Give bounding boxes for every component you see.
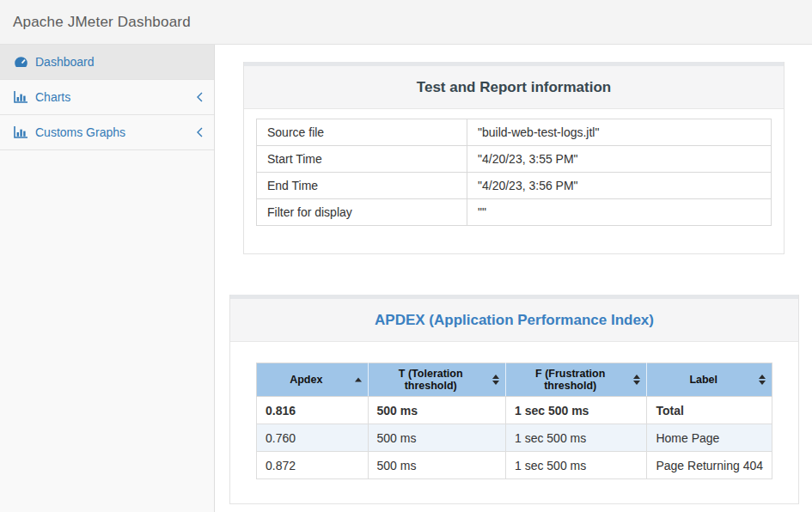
info-row: Source file "build-web-test-logs.jtl"	[257, 119, 772, 146]
test-report-info-panel: Test and Report information Source file …	[243, 62, 785, 254]
apdex-body: Apdex T (Toleration threshold) F (Frustr…	[230, 342, 798, 503]
info-value: "build-web-test-logs.jtl"	[467, 119, 772, 146]
bar-chart-icon	[13, 91, 28, 103]
apdex-title: APDEX (Application Performance Index)	[375, 312, 654, 328]
column-header-apdex[interactable]: Apdex	[257, 363, 369, 397]
sort-both-icon	[492, 375, 499, 385]
toleration-value: 500 ms	[368, 452, 505, 479]
main-content: Test and Report information Source file …	[215, 45, 812, 512]
sidebar-item-customs-graphs[interactable]: Customs Graphs	[0, 115, 214, 150]
apdex-panel: APDEX (Application Performance Index) Ap…	[229, 295, 799, 504]
apdex-value: 0.872	[257, 452, 369, 479]
chevron-left-icon[interactable]	[196, 92, 204, 103]
label-value: Home Page	[647, 424, 772, 452]
info-label: Source file	[257, 119, 467, 146]
frustration-value: 1 sec 500 ms	[505, 452, 646, 479]
apdex-value: 0.816	[257, 397, 369, 424]
sort-both-icon	[759, 375, 766, 385]
sort-asc-icon	[355, 378, 362, 382]
apdex-row: 0.760 500 ms 1 sec 500 ms Home Page	[257, 424, 772, 452]
sidebar-item-dashboard[interactable]: Dashboard	[0, 45, 214, 80]
info-label: End Time	[257, 173, 467, 199]
sidebar: Dashboard Charts	[0, 45, 215, 512]
apdex-table: Apdex T (Toleration threshold) F (Frustr…	[256, 363, 772, 479]
sort-both-icon	[633, 375, 640, 385]
test-report-info-title: Test and Report information	[417, 79, 611, 95]
info-value: "4/20/23, 3:56 PM"	[467, 173, 772, 199]
toleration-value: 500 ms	[368, 424, 505, 452]
apdex-header-row: Apdex T (Toleration threshold) F (Frustr…	[257, 363, 772, 397]
apdex-value: 0.760	[257, 424, 369, 452]
sidebar-item-label: Charts	[35, 90, 70, 104]
sidebar-item-charts[interactable]: Charts	[0, 80, 214, 115]
apdex-row-total: 0.816 500 ms 1 sec 500 ms Total	[257, 397, 772, 424]
column-header-frustration[interactable]: F (Frustration threshold)	[505, 363, 646, 397]
test-report-info-table: Source file "build-web-test-logs.jtl" St…	[256, 119, 772, 226]
apdex-row: 0.872 500 ms 1 sec 500 ms Page Returning…	[257, 452, 772, 479]
info-label: Start Time	[257, 146, 467, 173]
column-header-label[interactable]: Label	[647, 363, 772, 397]
bar-chart-icon	[13, 126, 28, 138]
toleration-value: 500 ms	[368, 397, 505, 424]
sidebar-item-label: Customs Graphs	[35, 125, 125, 139]
tachometer-icon	[13, 56, 28, 69]
frustration-value: 1 sec 500 ms	[505, 397, 646, 424]
app-title: Apache JMeter Dashboard	[13, 14, 191, 31]
chevron-left-icon[interactable]	[196, 127, 204, 138]
info-value: "4/20/23, 3:55 PM"	[467, 146, 772, 173]
apdex-header: APDEX (Application Performance Index)	[230, 295, 798, 342]
info-row: Start Time "4/20/23, 3:55 PM"	[257, 146, 772, 173]
sidebar-item-label: Dashboard	[35, 55, 95, 69]
label-value: Total	[647, 397, 772, 424]
frustration-value: 1 sec 500 ms	[505, 424, 646, 452]
label-value: Page Returning 404	[647, 452, 772, 479]
info-value: ""	[467, 199, 772, 226]
info-row: Filter for display ""	[257, 199, 772, 226]
info-row: End Time "4/20/23, 3:56 PM"	[257, 173, 772, 199]
test-report-info-body: Source file "build-web-test-logs.jtl" St…	[244, 109, 784, 253]
app-header: Apache JMeter Dashboard	[0, 0, 812, 45]
info-label: Filter for display	[257, 199, 467, 226]
test-report-info-header: Test and Report information	[244, 62, 784, 109]
column-header-toleration[interactable]: T (Toleration threshold)	[368, 363, 505, 397]
